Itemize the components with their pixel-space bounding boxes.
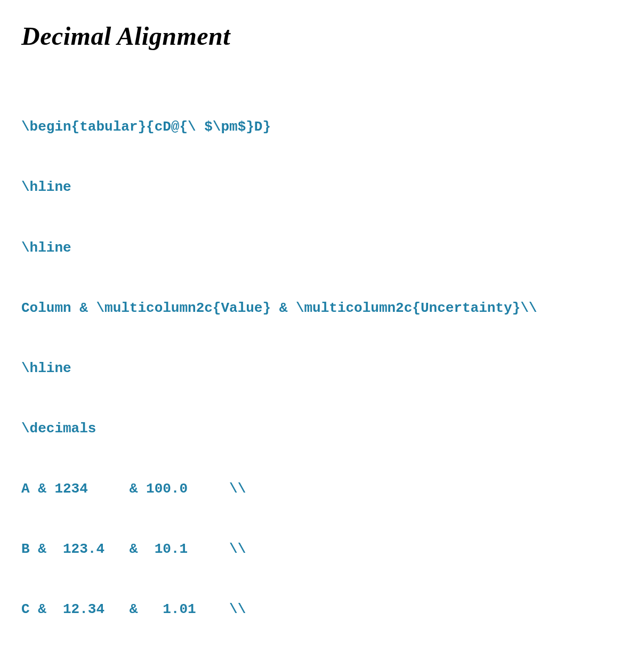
code-line: \hline: [21, 238, 623, 259]
code-line: \begin{tabular}{cD@{\ $\pm$}D}: [21, 117, 623, 138]
code-line: \hline: [21, 178, 623, 198]
code-line: \decimals: [21, 419, 623, 439]
page-title: Decimal Alignment: [21, 21, 623, 51]
latex-code-block: \begin{tabular}{cD@{\ $\pm$}D} \hline \h…: [21, 77, 623, 653]
code-line: B & 123.4 & 10.1 \\: [21, 539, 623, 560]
code-line: \hline: [21, 359, 623, 379]
code-line: Column & \multicolumn2c{Value} & \multic…: [21, 299, 623, 319]
code-line: A & 1234 & 100.0 \\: [21, 479, 623, 499]
code-line: C & 12.34 & 1.01 \\: [21, 600, 623, 620]
